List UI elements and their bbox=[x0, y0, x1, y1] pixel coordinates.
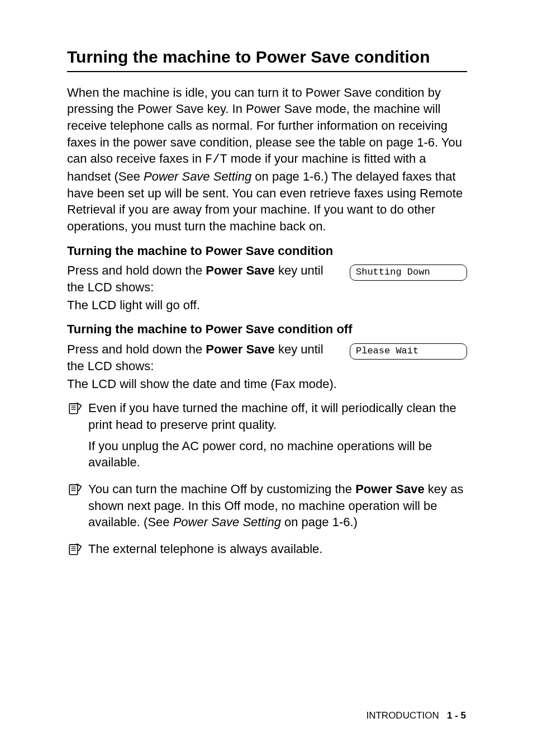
note-2-ref: Power Save Setting bbox=[173, 515, 281, 529]
on-instr-key: Power Save bbox=[206, 263, 275, 277]
note-1-p2: If you unplug the AC power cord, no mach… bbox=[88, 438, 467, 471]
note-icon bbox=[67, 541, 83, 562]
svg-rect-8 bbox=[69, 545, 78, 555]
svg-rect-0 bbox=[69, 404, 78, 414]
note-2-text: You can turn the machine Off by customiz… bbox=[88, 481, 467, 531]
section-on-title: Turning the machine to Power Save condit… bbox=[67, 243, 467, 259]
lcd-please-wait: Please Wait bbox=[350, 343, 467, 360]
section-on-row: Press and hold down the Power Save key u… bbox=[67, 262, 467, 295]
note-2-pre: You can turn the machine Off by customiz… bbox=[88, 482, 355, 496]
footer-section: INTRODUCTION bbox=[366, 710, 439, 721]
page-footer: INTRODUCTION 1 - 5 bbox=[366, 710, 466, 722]
section-on-after: The LCD light will go off. bbox=[67, 297, 467, 314]
svg-rect-4 bbox=[69, 485, 78, 495]
note-1: Even if you have turned the machine off,… bbox=[67, 400, 467, 475]
note-3: The external telephone is always availab… bbox=[67, 541, 467, 562]
off-instr-pre: Press and hold down the bbox=[67, 342, 206, 356]
note-icon bbox=[67, 400, 83, 475]
section-on-instruction: Press and hold down the Power Save key u… bbox=[67, 262, 340, 295]
note-1-p1: Even if you have turned the machine off,… bbox=[88, 400, 467, 433]
on-instr-pre: Press and hold down the bbox=[67, 263, 206, 277]
section-off-row: Press and hold down the Power Save key u… bbox=[67, 341, 467, 374]
intro-code: F/T bbox=[205, 153, 227, 167]
intro-paragraph: When the machine is idle, you can turn i… bbox=[67, 84, 467, 235]
section-off-instruction: Press and hold down the Power Save key u… bbox=[67, 341, 340, 374]
section-off-title: Turning the machine to Power Save condit… bbox=[67, 321, 467, 338]
note-icon bbox=[67, 481, 83, 535]
note-2-key: Power Save bbox=[355, 482, 425, 496]
note-3-text: The external telephone is always availab… bbox=[88, 541, 467, 557]
page-title: Turning the machine to Power Save condit… bbox=[67, 46, 467, 72]
section-off-after: The LCD will show the date and time (Fax… bbox=[67, 376, 467, 393]
footer-page: 1 - 5 bbox=[447, 710, 466, 721]
note-2: You can turn the machine Off by customiz… bbox=[67, 481, 467, 535]
intro-ref: Power Save Setting bbox=[144, 169, 251, 183]
note-2-post: on page 1-6.) bbox=[281, 515, 358, 529]
lcd-shutting-down: Shutting Down bbox=[350, 264, 467, 281]
off-instr-key: Power Save bbox=[206, 342, 275, 356]
